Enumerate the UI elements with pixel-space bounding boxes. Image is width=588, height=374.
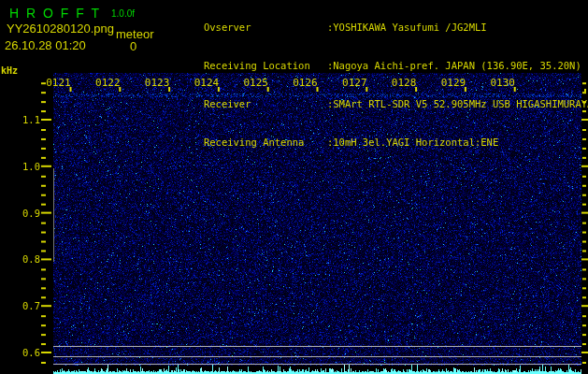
station-row-observer: Ovserver:YOSHIKAWA Yasufumi /JG2MLI: [168, 8, 588, 47]
x-axis-tick-label: 0123: [138, 77, 176, 89]
station-info: Ovserver:YOSHIKAWA Yasufumi /JG2MLI Rece…: [168, 8, 588, 162]
station-row-value: :10mH 3el.YAGI Horizontal:ENE: [327, 137, 498, 148]
station-row-value: :Nagoya Aichi-pref. JAPAN (136.90E, 35.2…: [327, 60, 581, 71]
datetime-label: 26.10.28 01:20: [5, 38, 86, 52]
meteor-count: 0: [130, 39, 136, 53]
station-row-label: Receiver: [204, 98, 327, 111]
station-row-label: Receiving Location: [204, 60, 327, 73]
hrofft-screen: H R O F F T 1.0.0f YY2610280120.png mete…: [0, 0, 588, 374]
x-axis-tick-label: 0126: [287, 77, 324, 89]
app-title: H R O F F T: [9, 6, 101, 21]
x-axis-tick-label: 0128: [385, 77, 423, 89]
station-row-label: Ovserver: [204, 22, 327, 35]
y-axis-unit-label: kHz: [1, 65, 18, 76]
y-axis-tick-label: 0.8: [19, 253, 40, 265]
station-row-receiver: Receiver:SMArt RTL-SDR V5 52.905MHz USB …: [168, 85, 588, 123]
x-axis-tick-label: 0122: [89, 77, 126, 89]
x-axis-tick-label: 0130: [484, 77, 522, 89]
app-version: 1.0.0f: [111, 8, 135, 19]
station-row-antenna: Receiving Antenna:10mH 3el.YAGI Horizont…: [168, 123, 588, 162]
station-row-label: Receiving Antenna: [204, 137, 327, 150]
station-row-location: Receiving Location:Nagoya Aichi-pref. JA…: [168, 47, 588, 85]
y-axis-tick-label: 0.6: [19, 347, 40, 358]
y-axis-tick-label: 1.0: [19, 161, 40, 172]
x-axis-tick-label: 0125: [237, 77, 275, 89]
station-row-value: :SMArt RTL-SDR V5 52.905MHz USB HIGASHIM…: [327, 98, 588, 109]
x-axis-tick-label: 0121: [40, 77, 78, 89]
output-filename: YY2610280120.png: [7, 22, 114, 36]
y-axis-tick-label: 0.9: [19, 208, 40, 219]
y-axis-tick-label: 1.1: [19, 114, 40, 125]
x-axis-tick-label: 0129: [435, 77, 472, 89]
x-axis-tick-label: 0127: [336, 77, 373, 89]
y-axis-tick-label: 0.7: [19, 300, 40, 311]
x-axis-tick-label: 0124: [188, 77, 225, 89]
station-row-value: :YOSHIKAWA Yasufumi /JG2MLI: [327, 22, 487, 33]
